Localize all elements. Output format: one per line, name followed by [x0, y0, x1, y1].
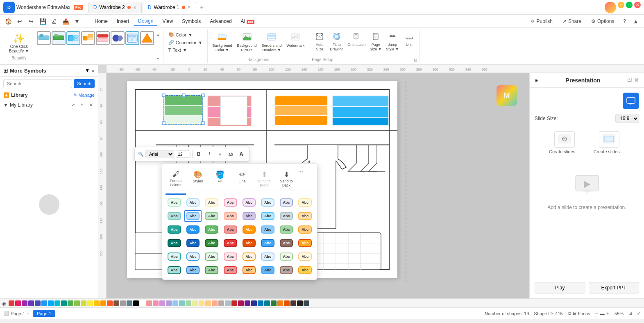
italic-button[interactable]: I — [205, 150, 214, 159]
tab-wardrobe2-close[interactable]: ✕ — [133, 5, 136, 10]
style-cell[interactable]: Abc — [203, 196, 220, 209]
fit-screen-button[interactable]: ⊡ — [628, 311, 632, 316]
color-swatch[interactable] — [179, 300, 185, 306]
style-ab-button[interactable]: ab — [226, 150, 235, 159]
style-cell[interactable]: Abc — [259, 237, 277, 249]
one-click-beautify-button[interactable]: ✨ One ClickBeautify ▼ — [7, 31, 32, 55]
style-preset-1[interactable] — [37, 31, 51, 45]
color-swatch[interactable] — [87, 300, 93, 306]
color-swatch[interactable] — [94, 300, 100, 306]
publish-button[interactable]: ✈ Publish — [527, 17, 557, 26]
color-swatch[interactable] — [28, 300, 34, 306]
color-swatch[interactable] — [205, 300, 211, 306]
style-cell[interactable]: Abc — [203, 237, 220, 249]
style-cell[interactable]: Abc — [166, 196, 183, 209]
style-cell[interactable]: Abc — [222, 210, 239, 222]
export-button[interactable]: 📤 — [61, 16, 70, 26]
rs-expand-icon[interactable]: ⊞ — [535, 77, 539, 83]
color-swatch[interactable] — [133, 300, 139, 306]
style-cell[interactable]: Abc — [222, 250, 239, 263]
style-cell[interactable]: Abc — [240, 264, 258, 276]
watermark-button[interactable]: ABC Watermark — [285, 31, 307, 49]
style-cell[interactable]: Abc — [184, 223, 202, 236]
style-preset-2[interactable] — [52, 31, 66, 45]
style-cell[interactable]: Abc — [259, 264, 277, 276]
color-swatch[interactable] — [127, 300, 132, 306]
styles-tab-button[interactable]: 🎨 Styles — [188, 168, 208, 189]
auto-size-button[interactable]: A AutoSize — [312, 31, 327, 53]
style-cell[interactable]: Abc — [278, 210, 295, 222]
layer-icon[interactable]: ⧉ — [568, 311, 571, 316]
color-swatch[interactable] — [41, 300, 47, 306]
menu-symbols[interactable]: Symbols — [178, 17, 205, 26]
slide-size-select[interactable]: 16:9 — [615, 114, 639, 123]
font-select[interactable]: Arial — [145, 150, 174, 158]
color-swatch[interactable] — [120, 300, 126, 306]
color-swatch[interactable] — [81, 300, 86, 306]
add-page-button[interactable]: + — [27, 311, 29, 316]
color-swatch[interactable] — [166, 300, 172, 306]
style-cell[interactable]: Abc — [296, 223, 314, 236]
font-size-input[interactable] — [176, 150, 190, 158]
share-button[interactable]: ↗ Share — [558, 17, 585, 26]
export-ppt-button[interactable]: Export PPT — [589, 282, 639, 293]
search-button[interactable]: Search — [74, 79, 95, 88]
style-scroll-down[interactable]: ▼ — [156, 56, 161, 61]
style-cell[interactable]: Abc — [259, 250, 277, 263]
redo-button[interactable]: ↪ — [26, 16, 36, 26]
current-page-tab[interactable]: Page-1 — [33, 310, 55, 317]
style-cell[interactable]: Abc — [259, 210, 277, 222]
maximize-button[interactable]: □ — [626, 2, 633, 8]
color-swatch[interactable] — [140, 300, 145, 306]
style-preset-5[interactable] — [96, 31, 110, 45]
home-button[interactable]: 🏠 — [3, 16, 13, 26]
style-cell[interactable]: Abc — [240, 223, 258, 236]
style-cell[interactable]: Abc — [240, 250, 258, 263]
style-cell[interactable]: Abc — [278, 237, 295, 249]
line-button[interactable]: ✏ Line — [232, 168, 252, 189]
color-swatch[interactable] — [68, 300, 73, 306]
style-cell[interactable]: Abc — [259, 196, 277, 209]
color-swatch[interactable] — [290, 300, 296, 306]
presentation-close-button[interactable]: ✕ — [634, 76, 639, 84]
style-cell[interactable]: Abc — [203, 223, 220, 236]
style-cell[interactable]: Abc — [184, 237, 202, 249]
send-to-back-button[interactable]: ⬇ Send toBack — [276, 168, 297, 189]
options-button[interactable]: ⚙ Options — [587, 17, 618, 26]
color-swatch[interactable] — [304, 300, 309, 306]
play-button[interactable]: Play — [535, 282, 585, 293]
presentation-expand-button[interactable]: ⊡ — [627, 76, 632, 84]
close-button[interactable]: ✕ — [634, 2, 641, 8]
background-color-button[interactable]: BackgroundColor ▼ — [210, 31, 234, 54]
style-cell[interactable]: Abc — [222, 237, 239, 249]
color-swatch[interactable] — [199, 300, 204, 306]
page-layout-icon[interactable]: ⬜ — [3, 311, 9, 316]
menu-ai[interactable]: AI hot — [237, 17, 259, 26]
color-option[interactable]: 🎨 Color ▼ — [166, 31, 205, 38]
popup-more-icon[interactable]: ⋯ — [298, 168, 303, 174]
create-slides-button-2[interactable]: Create slides ... — [590, 128, 628, 157]
style-cell[interactable]: Abc — [222, 196, 239, 209]
style-cell[interactable]: Abc — [278, 196, 295, 209]
align-button[interactable]: ≡ — [215, 150, 224, 159]
text-color-button[interactable]: A — [237, 150, 246, 159]
color-swatch[interactable] — [100, 300, 106, 306]
library-add-button[interactable]: + — [78, 101, 86, 109]
color-swatch[interactable] — [54, 300, 60, 306]
style-cell[interactable]: Abc — [296, 250, 314, 263]
color-swatch[interactable] — [146, 300, 152, 306]
fit-to-drawing-button[interactable]: Fit toDrawing — [328, 31, 345, 53]
style-cell[interactable]: Abc — [184, 210, 202, 222]
orientation-button[interactable]: Orientation — [346, 31, 367, 48]
style-preset-3[interactable] — [66, 31, 80, 45]
undo-button[interactable]: ↩ — [15, 16, 25, 26]
style-cell[interactable]: Abc — [296, 264, 314, 276]
style-preset-4[interactable] — [81, 31, 95, 45]
color-swatch[interactable] — [231, 300, 237, 306]
color-swatch[interactable] — [245, 300, 250, 306]
manage-button[interactable]: ✎ Manage — [73, 93, 95, 98]
connector-option[interactable]: 🔗 Connector ▼ — [166, 39, 205, 46]
fullscreen-button[interactable]: ⤢ — [637, 311, 641, 316]
color-swatch[interactable] — [277, 300, 283, 306]
style-cell[interactable]: Abc — [278, 223, 295, 236]
